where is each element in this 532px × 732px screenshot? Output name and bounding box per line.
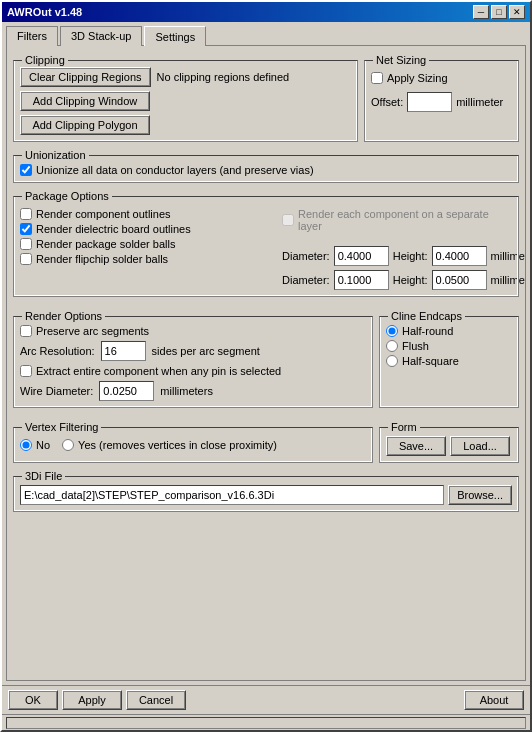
package-right-col: Render each component on a separate laye…	[282, 205, 512, 290]
vertex-filtering-group: Vertex Filtering No Yes (removes vertice…	[13, 427, 373, 463]
height-label-1: Height:	[393, 250, 428, 262]
minimize-button[interactable]: ─	[473, 5, 489, 19]
content-area: Filters 3D Stack-up Settings Clipping Cl…	[2, 22, 530, 685]
apply-sizing-checkbox[interactable]	[371, 72, 383, 84]
add-clipping-polygon-button[interactable]: Add Clipping Polygon	[20, 115, 150, 135]
render-options-content: Preserve arc segments Arc Resolution: si…	[20, 325, 366, 401]
offset-row: Offset: millimeter	[371, 92, 512, 112]
threed-file-label: 3Di File	[22, 470, 65, 482]
tab-settings[interactable]: Settings	[144, 26, 206, 46]
tab-filters[interactable]: Filters	[6, 26, 58, 46]
render-package-solder-checkbox[interactable]	[20, 238, 32, 250]
render-flipchip-solder-row: Render flipchip solder balls	[20, 253, 272, 265]
diameter-label-1: Diameter:	[282, 250, 330, 262]
render-dielectric-checkbox[interactable]	[20, 223, 32, 235]
form-label: Form	[388, 421, 420, 433]
bottom-bar: OK Apply Cancel About	[2, 685, 530, 714]
half-square-label: Half-square	[402, 355, 459, 367]
extract-component-checkbox[interactable]	[20, 365, 32, 377]
wire-mm-label: millimeters	[160, 385, 213, 397]
unionization-text: Unionize all data on conductor layers (a…	[36, 164, 314, 176]
vertex-no-radio[interactable]	[20, 439, 32, 451]
threed-file-input[interactable]	[20, 485, 444, 505]
diameter-label-2: Diameter:	[282, 274, 330, 286]
window-title: AWROut v1.48	[7, 6, 82, 18]
half-square-row: Half-square	[386, 355, 512, 367]
tab-stack-up[interactable]: 3D Stack-up	[60, 26, 143, 46]
half-round-label: Half-round	[402, 325, 453, 337]
extract-component-label: Extract entire component when any pin is…	[36, 365, 281, 377]
net-sizing-group: Net Sizing Apply Sizing Offset: millimet…	[364, 60, 519, 142]
render-package-solder-label: Render package solder balls	[36, 238, 175, 250]
cline-endcaps-group: Cline Endcaps Half-round Flush Half-s	[379, 316, 519, 408]
clipping-top-row: Clear Clipping Regions No clipping regio…	[20, 67, 351, 87]
flush-row: Flush	[386, 340, 512, 352]
mm-label-2: millimeters	[491, 274, 526, 286]
preserve-arc-checkbox[interactable]	[20, 325, 32, 337]
load-button[interactable]: Load...	[450, 436, 510, 456]
preserve-arc-row: Preserve arc segments	[20, 325, 366, 337]
bottom-right-buttons: About	[464, 690, 524, 710]
apply-sizing-row: Apply Sizing	[371, 72, 512, 84]
package-options-label: Package Options	[22, 190, 112, 202]
top-section: Clipping Clear Clipping Regions No clipp…	[13, 52, 519, 142]
height-label-2: Height:	[393, 274, 428, 286]
half-round-radio[interactable]	[386, 325, 398, 337]
render-flipchip-solder-checkbox[interactable]	[20, 253, 32, 265]
form-group: Form Save... Load...	[379, 427, 519, 463]
vertex-radio-row: No Yes (removes vertices in close proxim…	[20, 436, 366, 451]
unionization-label: Unionization	[22, 149, 89, 161]
render-options-group: Render Options Preserve arc segments Arc…	[13, 316, 373, 408]
add-polygon-row: Add Clipping Polygon	[20, 115, 351, 135]
wire-diameter-input[interactable]	[99, 381, 154, 401]
extract-component-row: Extract entire component when any pin is…	[20, 365, 366, 377]
flush-radio[interactable]	[386, 340, 398, 352]
main-window: AWROut v1.48 ─ □ ✕ Filters 3D Stack-up S…	[0, 0, 532, 732]
offset-label: Offset:	[371, 96, 403, 108]
package-left-col: Render component outlines Render dielect…	[20, 205, 272, 290]
cancel-button[interactable]: Cancel	[126, 690, 186, 710]
about-button[interactable]: About	[464, 690, 524, 710]
vertex-yes-label: Yes (removes vertices in close proximity…	[78, 439, 277, 451]
arc-resolution-label: Arc Resolution:	[20, 345, 95, 357]
render-component-outlines-checkbox[interactable]	[20, 208, 32, 220]
render-package-solder-row: Render package solder balls	[20, 238, 272, 250]
clear-clipping-button[interactable]: Clear Clipping Regions	[20, 67, 151, 87]
add-clipping-window-button[interactable]: Add Clipping Window	[20, 91, 150, 111]
render-dielectric-label: Render dielectric board outlines	[36, 223, 191, 235]
vertex-no-label: No	[36, 439, 50, 451]
height-input-2[interactable]	[432, 270, 487, 290]
arc-resolution-row: Arc Resolution: sides per arc segment	[20, 341, 366, 361]
half-round-row: Half-round	[386, 325, 512, 337]
diameter-input-1[interactable]	[334, 246, 389, 266]
ok-button[interactable]: OK	[8, 690, 58, 710]
arc-resolution-input[interactable]	[101, 341, 146, 361]
offset-input[interactable]	[407, 92, 452, 112]
close-button[interactable]: ✕	[509, 5, 525, 19]
apply-button[interactable]: Apply	[62, 690, 122, 710]
net-sizing-content: Apply Sizing Offset: millimeter	[371, 65, 512, 112]
render-each-separate-checkbox[interactable]	[282, 214, 294, 226]
height-input-1[interactable]	[432, 246, 487, 266]
vertex-yes-row: Yes (removes vertices in close proximity…	[62, 439, 277, 451]
vertex-yes-radio[interactable]	[62, 439, 74, 451]
threed-file-group: 3Di File Browse...	[13, 476, 519, 512]
render-component-outlines-label: Render component outlines	[36, 208, 171, 220]
diameter-input-2[interactable]	[334, 270, 389, 290]
status-bar	[2, 714, 530, 730]
unionization-checkbox-row: Unionize all data on conductor layers (a…	[20, 164, 512, 176]
sides-label: sides per arc segment	[152, 345, 260, 357]
maximize-button[interactable]: □	[491, 5, 507, 19]
save-button[interactable]: Save...	[386, 436, 446, 456]
unionization-checkbox[interactable]	[20, 164, 32, 176]
render-section: Render Options Preserve arc segments Arc…	[13, 310, 519, 408]
vertex-no-row: No	[20, 439, 50, 451]
render-dielectric-row: Render dielectric board outlines	[20, 223, 272, 235]
render-each-separate-label: Render each component on a separate laye…	[298, 208, 512, 232]
clipping-status: No clipping regions defined	[157, 71, 290, 83]
half-square-radio[interactable]	[386, 355, 398, 367]
status-panel	[6, 717, 526, 729]
pkg-dims: Diameter: Height: millimeters Diameter: …	[282, 246, 512, 290]
add-window-row: Add Clipping Window	[20, 91, 351, 111]
browse-button[interactable]: Browse...	[448, 485, 512, 505]
